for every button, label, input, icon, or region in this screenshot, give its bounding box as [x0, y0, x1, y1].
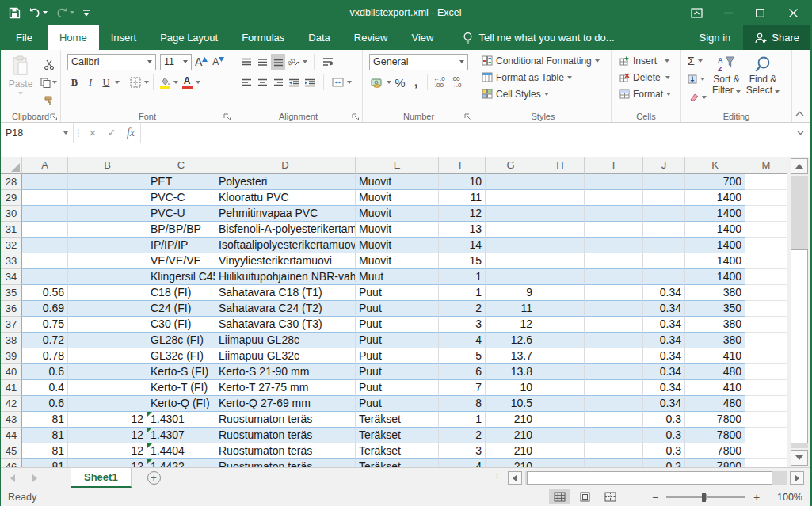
- cell-I29[interactable]: [585, 190, 643, 206]
- row-header-30[interactable]: 30: [1, 206, 22, 222]
- cell-B39[interactable]: [68, 348, 147, 364]
- cancel-entry-button[interactable]: ×: [83, 123, 102, 143]
- font-color-button[interactable]: A: [180, 74, 194, 90]
- cell-A45[interactable]: 81: [22, 443, 68, 459]
- cell-B40[interactable]: [68, 364, 147, 380]
- cell-B28[interactable]: [68, 174, 147, 190]
- cell-J45[interactable]: 0.3: [643, 443, 685, 459]
- cell-K31[interactable]: 1400: [685, 222, 745, 238]
- vertical-scrollbar[interactable]: [787, 157, 810, 467]
- fill-color-button[interactable]: [158, 74, 172, 90]
- cell-I32[interactable]: [585, 238, 643, 253]
- cell-F33[interactable]: 15: [439, 253, 486, 269]
- row-header-29[interactable]: 29: [1, 190, 22, 206]
- cell-F45[interactable]: 3: [439, 443, 486, 459]
- borders-dropdown-icon[interactable]: [144, 81, 149, 84]
- cell-A34[interactable]: [22, 269, 68, 285]
- cell-D37[interactable]: Sahatavara C30 (T3): [215, 317, 356, 333]
- cell-F37[interactable]: 3: [439, 317, 486, 333]
- cell-F41[interactable]: 7: [439, 380, 486, 396]
- cell-J28[interactable]: [643, 174, 685, 190]
- cell-J37[interactable]: 0.34: [643, 317, 685, 333]
- zoom-slider-thumb[interactable]: [702, 493, 706, 502]
- cell-B32[interactable]: [68, 238, 147, 253]
- cell-E45[interactable]: Teräkset: [356, 443, 439, 459]
- font-dialog-launcher[interactable]: [223, 112, 231, 120]
- cell-I38[interactable]: [585, 333, 643, 348]
- redo-dropdown-icon[interactable]: [70, 11, 74, 14]
- cell-G44[interactable]: 210: [486, 428, 536, 443]
- cell-H28[interactable]: [536, 174, 585, 190]
- cell-A44[interactable]: 81: [22, 428, 68, 443]
- cell-E38[interactable]: Puut: [356, 333, 439, 348]
- cell-E31[interactable]: Muovit: [356, 222, 439, 238]
- cell-K41[interactable]: 410: [685, 380, 745, 396]
- row-header-42[interactable]: 42: [1, 396, 22, 412]
- cell-G46[interactable]: 210: [486, 459, 536, 467]
- wrap-text-button[interactable]: [321, 54, 335, 70]
- cell-K36[interactable]: 350: [685, 301, 745, 317]
- cell-K43[interactable]: 7800: [685, 412, 745, 428]
- cell-M39[interactable]: [745, 348, 787, 364]
- column-header-M[interactable]: M: [745, 157, 787, 174]
- decrease-indent-button[interactable]: [287, 74, 301, 90]
- format-as-table-button[interactable]: Format as Table: [480, 69, 609, 86]
- cell-styles-button[interactable]: Cell Styles: [480, 86, 609, 102]
- cell-M45[interactable]: [745, 443, 787, 459]
- cell-D45[interactable]: Ruostumaton teräs: [215, 443, 356, 459]
- cell-I42[interactable]: [585, 396, 643, 412]
- decrease-font-button[interactable]: A: [211, 54, 226, 70]
- cell-G37[interactable]: 12: [486, 317, 536, 333]
- cell-A41[interactable]: 0.4: [22, 380, 68, 396]
- accounting-dropdown-icon[interactable]: [387, 81, 391, 84]
- column-header-D[interactable]: D: [215, 157, 356, 174]
- cell-M44[interactable]: [745, 428, 787, 443]
- row-header-45[interactable]: 45: [1, 443, 22, 459]
- bold-button[interactable]: B: [67, 74, 82, 90]
- cell-K39[interactable]: 410: [685, 348, 745, 364]
- paste-button[interactable]: Paste: [2, 52, 39, 108]
- scrollbar-resize-handle[interactable]: ⋮: [493, 473, 501, 483]
- formula-input[interactable]: [140, 123, 790, 143]
- cell-G34[interactable]: [486, 269, 536, 285]
- cell-D38[interactable]: Liimapuu GL28c: [215, 333, 356, 348]
- cell-B38[interactable]: [68, 333, 147, 348]
- cell-B42[interactable]: [68, 396, 147, 412]
- cell-H33[interactable]: [536, 253, 585, 269]
- save-button[interactable]: [9, 7, 21, 19]
- cell-C28[interactable]: PET: [147, 174, 215, 190]
- font-name-select[interactable]: Calibri: [67, 54, 156, 70]
- tab-review[interactable]: Review: [342, 25, 400, 50]
- cell-B43[interactable]: 12: [68, 412, 147, 428]
- merge-center-button[interactable]: [330, 74, 345, 90]
- tab-insert[interactable]: Insert: [99, 25, 149, 50]
- cell-M40[interactable]: [745, 364, 787, 380]
- redo-button[interactable]: [55, 7, 74, 18]
- cell-E41[interactable]: Puut: [356, 380, 439, 396]
- enter-entry-button[interactable]: ✓: [102, 123, 121, 143]
- cell-F42[interactable]: 8: [439, 396, 486, 412]
- cell-A35[interactable]: 0.56: [22, 285, 68, 301]
- cell-K42[interactable]: 480: [685, 396, 745, 412]
- select-all-button[interactable]: [1, 157, 22, 174]
- row-header-46[interactable]: 46: [1, 459, 22, 467]
- cell-D42[interactable]: Kerto-Q 27-69 mm: [215, 396, 356, 412]
- underline-button[interactable]: U: [99, 74, 113, 90]
- cell-G28[interactable]: [486, 174, 536, 190]
- share-button[interactable]: Share: [743, 25, 810, 50]
- cell-H32[interactable]: [536, 238, 585, 253]
- cell-E35[interactable]: Puut: [356, 285, 439, 301]
- insert-function-button[interactable]: fx: [121, 123, 140, 143]
- top-align-button[interactable]: [239, 54, 254, 70]
- cell-C40[interactable]: Kerto-S (FI): [147, 364, 215, 380]
- cell-A30[interactable]: [22, 206, 68, 222]
- column-header-F[interactable]: F: [439, 157, 486, 174]
- percent-style-button[interactable]: %: [393, 74, 407, 90]
- cell-K46[interactable]: 7800: [685, 459, 745, 467]
- autosum-button[interactable]: Σ: [686, 52, 708, 69]
- alignment-dialog-launcher[interactable]: [352, 112, 360, 120]
- cell-E44[interactable]: Teräkset: [356, 428, 439, 443]
- cell-J38[interactable]: 0.34: [643, 333, 685, 348]
- cell-I46[interactable]: [585, 459, 643, 467]
- cell-J31[interactable]: [643, 222, 685, 238]
